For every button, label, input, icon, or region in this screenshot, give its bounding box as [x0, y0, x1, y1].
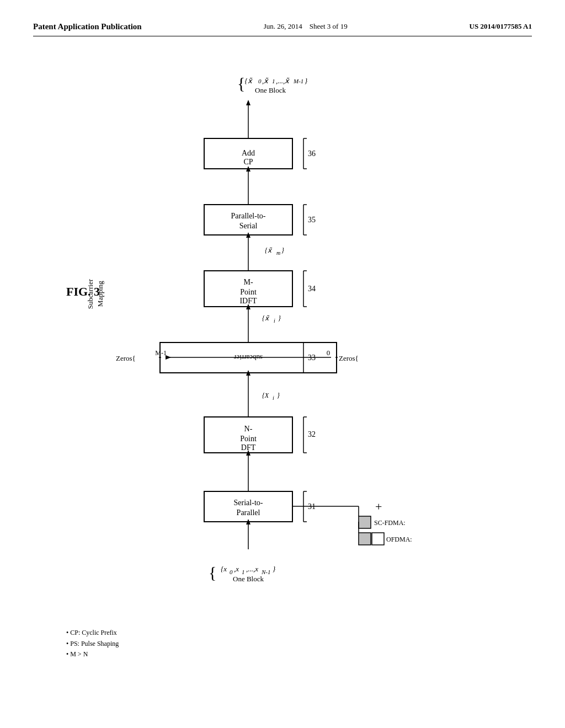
svg-text:M-1: M-1 — [155, 349, 167, 357]
svg-text:Parallel: Parallel — [237, 508, 260, 517]
svg-text:}: } — [281, 247, 284, 254]
svg-text:}: } — [273, 565, 276, 573]
label-one-block-bottom: One Block — [233, 575, 264, 583]
svg-marker-38 — [246, 166, 250, 172]
svg-text:Point: Point — [240, 435, 257, 443]
footnote-line3: • M > N — [66, 649, 119, 660]
svg-text:,x̃: ,x̃ — [262, 77, 269, 85]
label-zeros-right: Zeros{ — [339, 354, 359, 362]
svg-text:}: } — [305, 77, 308, 85]
svg-marker-46 — [246, 304, 250, 309]
svg-marker-42 — [246, 232, 250, 238]
header-sheet: Sheet 3 of 19 — [310, 22, 348, 30]
box-p2s — [204, 205, 292, 235]
label-xi-tilde: {x̃ — [262, 314, 270, 322]
header-date: Jun. 26, 2014 — [264, 22, 302, 30]
label-xm-tilde: {x̃ — [265, 247, 273, 254]
label-top-output: {x̃ — [244, 77, 252, 85]
svg-text:i: i — [273, 395, 274, 401]
svg-text:0: 0 — [258, 78, 262, 84]
footnote: • CP: Cyclic Prefix • PS: Pulse Shaping … — [66, 628, 119, 660]
box-idft — [204, 271, 292, 307]
svg-text:,x: ,x — [234, 565, 239, 573]
svg-text:M-1: M-1 — [293, 78, 303, 84]
footnote-line1: • CP: Cyclic Prefix — [66, 628, 119, 638]
svg-text:subcarrier: subcarrier — [233, 354, 263, 362]
ref-34: 34 — [308, 285, 316, 293]
svg-text:0: 0 — [327, 349, 331, 357]
label-sc-fdma: SC-FDMA: — [374, 519, 406, 527]
svg-text:Add: Add — [242, 149, 255, 157]
svg-text:1: 1 — [272, 78, 275, 84]
svg-text:Serial-to-: Serial-to- — [234, 499, 263, 507]
svg-text:0: 0 — [230, 569, 233, 575]
header-publication-title: Patent Application Publication — [33, 22, 142, 31]
svg-text:N-: N- — [244, 425, 253, 433]
ref-31: 31 — [308, 502, 316, 511]
svg-marker-36 — [246, 100, 250, 105]
footnote-line2: • PS: Pulse Shaping — [66, 639, 119, 649]
svg-text:Parallel-to-: Parallel-to- — [231, 212, 266, 220]
svg-marker-54 — [246, 519, 250, 524]
svg-text:{: { — [209, 563, 216, 581]
page-header: Patent Application Publication Jun. 26, … — [33, 22, 532, 36]
svg-text:,...,x̃: ,...,x̃ — [276, 77, 290, 85]
subcarrier-mapping-label: SubcarrierMapping — [86, 279, 105, 309]
label-ofdma: OFDMA: — [386, 536, 412, 543]
box-s2p — [204, 491, 292, 522]
label-xi-upper: {X — [262, 392, 269, 399]
label-bottom-input: {x — [221, 565, 227, 573]
box-dft — [204, 417, 292, 453]
label-zeros-left: Zeros{ — [116, 354, 136, 362]
header-patent-number: US 2014/0177585 A1 — [470, 22, 532, 31]
ofdma-square2 — [372, 533, 384, 545]
svg-text:Point: Point — [240, 288, 257, 296]
svg-text:,...,x: ,...,x — [246, 565, 258, 573]
svg-text:DFT: DFT — [241, 443, 256, 452]
label-one-block-top: One Block — [255, 86, 286, 94]
diagram-container: FIG. 3 SubcarrierMapping Add CP Parallel… — [33, 42, 532, 676]
svg-marker-48 — [246, 370, 250, 376]
svg-marker-52 — [246, 450, 250, 456]
header-date-sheet: Jun. 26, 2014 Sheet 3 of 19 — [264, 22, 348, 31]
svg-marker-9 — [166, 355, 171, 360]
svg-text:i: i — [274, 318, 275, 324]
diagram-svg: Add CP Parallel-to- Serial M- Point IDFT… — [33, 42, 532, 676]
ofdma-square1 — [359, 533, 371, 545]
svg-text:}: } — [278, 314, 281, 322]
svg-text:Serial: Serial — [239, 222, 258, 230]
ref-35: 35 — [308, 216, 316, 224]
sc-fdma-square — [359, 516, 371, 528]
ref-36: 36 — [308, 149, 316, 158]
ref-33: 33 — [308, 354, 316, 362]
svg-text:m: m — [276, 250, 280, 256]
svg-text:IDFT: IDFT — [239, 297, 257, 305]
svg-text:M-: M- — [243, 278, 253, 286]
svg-text:{: { — [237, 74, 245, 92]
svg-text:}: } — [277, 392, 280, 399]
svg-text:1: 1 — [242, 569, 245, 575]
svg-text:N-1: N-1 — [261, 569, 271, 575]
box-subcarrier-mapping — [160, 342, 337, 373]
plus-sign: + — [375, 500, 382, 513]
box-add-cp — [204, 138, 292, 169]
svg-text:CP: CP — [243, 158, 253, 166]
ref-32: 32 — [308, 430, 316, 438]
